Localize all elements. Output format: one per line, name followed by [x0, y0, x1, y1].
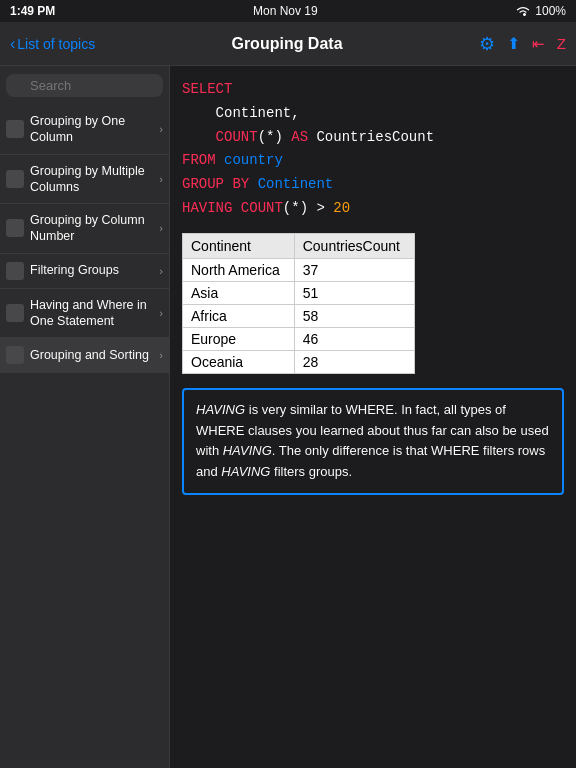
sidebar-item-label: Grouping by Multiple Columns — [30, 163, 153, 196]
table-cell: Africa — [183, 304, 295, 327]
table-cell: 58 — [294, 304, 414, 327]
chevron-right-icon: › — [159, 222, 163, 234]
table-cell: Oceania — [183, 350, 295, 373]
code-block: SELECT Continent, COUNT(*) AS CountriesC… — [182, 78, 564, 221]
nav-back-button[interactable]: ‹ List of topics — [10, 35, 95, 53]
content-area: SELECT Continent, COUNT(*) AS CountriesC… — [170, 66, 576, 768]
status-time: 1:49 PM — [10, 4, 55, 18]
sidebar-item-icon — [6, 170, 24, 188]
info-text-3: filters groups. — [270, 464, 352, 479]
table-cell: 51 — [294, 281, 414, 304]
sidebar-item-grouping-one[interactable]: Grouping by One Column › — [0, 105, 169, 155]
main-content: 🔍 Grouping by One Column › Grouping by M… — [0, 66, 576, 768]
status-right: 100% — [515, 4, 566, 18]
wifi-icon — [515, 5, 531, 17]
sidebar: 🔍 Grouping by One Column › Grouping by M… — [0, 66, 170, 768]
settings-icon[interactable]: ⚙ — [479, 33, 495, 55]
sidebar-item-grouping-sorting[interactable]: Grouping and Sorting › — [0, 338, 169, 373]
sidebar-item-icon — [6, 304, 24, 322]
table-row: Africa58 — [183, 304, 415, 327]
search-input[interactable] — [6, 74, 163, 97]
table-row: North America37 — [183, 258, 415, 281]
sidebar-item-icon — [6, 262, 24, 280]
back-chevron-icon: ‹ — [10, 35, 15, 53]
having-keyword-1: HAVING — [196, 402, 245, 417]
sidebar-item-icon — [6, 219, 24, 237]
back-label: List of topics — [17, 36, 95, 52]
table-cell: 37 — [294, 258, 414, 281]
table-cell: 46 — [294, 327, 414, 350]
nav-right-icons: ⚙ ⬆ ⇤ Z — [479, 33, 566, 55]
sidebar-item-filtering-groups[interactable]: Filtering Groups › — [0, 254, 169, 289]
text-size-icon[interactable]: Z — [557, 35, 566, 52]
code-line-2: Continent, — [182, 102, 564, 126]
chevron-right-icon: › — [159, 173, 163, 185]
sidebar-item-having-where[interactable]: Having and Where in One Statement › — [0, 289, 169, 339]
table-cell: 28 — [294, 350, 414, 373]
table-header-continent: Continent — [183, 233, 295, 258]
chevron-right-icon: › — [159, 123, 163, 135]
table-cell: Europe — [183, 327, 295, 350]
status-bar: 1:49 PM Mon Nov 19 100% — [0, 0, 576, 22]
sidebar-item-label: Grouping by Column Number — [30, 212, 153, 245]
chevron-right-icon: › — [159, 307, 163, 319]
chevron-right-icon: › — [159, 265, 163, 277]
nav-title: Grouping Data — [231, 35, 342, 53]
table-row: Asia51 — [183, 281, 415, 304]
data-table: Continent CountriesCount North America37… — [182, 233, 415, 374]
search-container: 🔍 — [0, 66, 169, 105]
status-date: Mon Nov 19 — [253, 4, 318, 18]
sidebar-item-label: Having and Where in One Statement — [30, 297, 153, 330]
search-wrapper: 🔍 — [6, 74, 163, 97]
table-row: Oceania28 — [183, 350, 415, 373]
sidebar-item-icon — [6, 120, 24, 138]
rewind-icon[interactable]: ⇤ — [532, 35, 545, 53]
code-line-1: SELECT — [182, 78, 564, 102]
table-cell: Asia — [183, 281, 295, 304]
code-line-3: COUNT(*) AS CountriesCount — [182, 126, 564, 150]
share-icon[interactable]: ⬆ — [507, 34, 520, 53]
chevron-right-icon: › — [159, 349, 163, 361]
sidebar-item-label: Grouping by One Column — [30, 113, 153, 146]
nav-bar: ‹ List of topics Grouping Data ⚙ ⬆ ⇤ Z — [0, 22, 576, 66]
battery-level: 100% — [535, 4, 566, 18]
code-line-6: HAVING COUNT(*) > 20 — [182, 197, 564, 221]
code-line-5: GROUP BY Continent — [182, 173, 564, 197]
table-header-countriescount: CountriesCount — [294, 233, 414, 258]
info-box: HAVING is very similar to WHERE. In fact… — [182, 388, 564, 495]
having-keyword-2: HAVING — [223, 443, 272, 458]
table-row: Europe46 — [183, 327, 415, 350]
sidebar-item-grouping-multiple[interactable]: Grouping by Multiple Columns › — [0, 155, 169, 205]
sidebar-item-label: Grouping and Sorting — [30, 347, 153, 363]
sidebar-item-label: Filtering Groups — [30, 262, 153, 278]
table-cell: North America — [183, 258, 295, 281]
sidebar-item-icon — [6, 346, 24, 364]
having-keyword-3: HAVING — [221, 464, 270, 479]
code-line-4: FROM country — [182, 149, 564, 173]
sidebar-item-grouping-column-number[interactable]: Grouping by Column Number › — [0, 204, 169, 254]
table-body: North America37Asia51Africa58Europe46Oce… — [183, 258, 415, 373]
